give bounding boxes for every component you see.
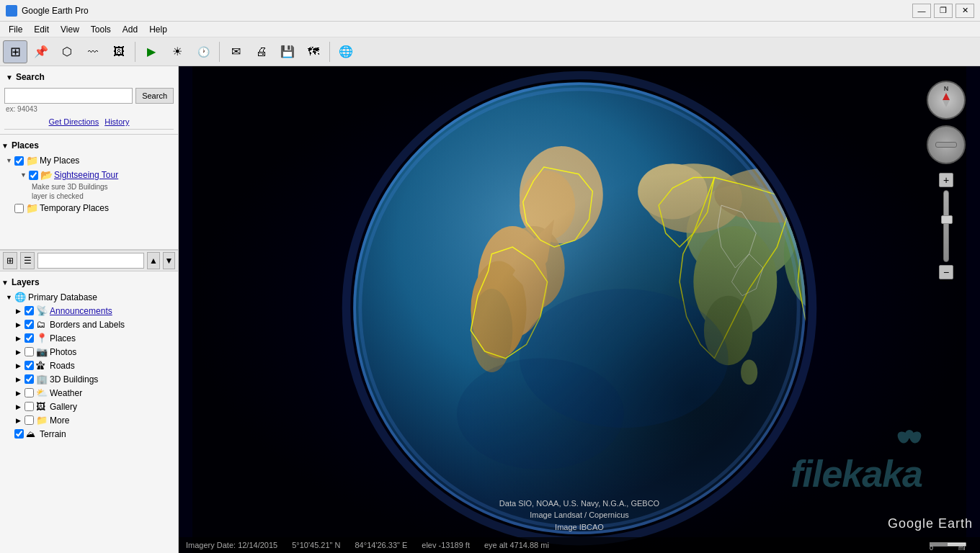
sightseeing-label[interactable]: Sightseeing Tour [54, 170, 118, 180]
temp-places-item[interactable]: ▶ 📁 Temporary Places [0, 201, 178, 215]
minimize-button[interactable]: — [912, 4, 931, 18]
toolbar-polygon-button[interactable]: ⬡ [55, 40, 79, 63]
sightseeing-item[interactable]: ▼ 📂 Sightseeing Tour [0, 168, 178, 182]
places-label: Places [12, 140, 39, 150]
get-directions-link[interactable]: Get Directions [49, 117, 99, 126]
photos-checkbox[interactable] [24, 347, 34, 356]
places-down-button[interactable]: ▼ [163, 252, 175, 269]
places-view-toggle[interactable]: ⊞ [3, 252, 17, 269]
search-links: Get Directions History [4, 117, 174, 126]
toolbar-pan-button[interactable]: ⊞ [3, 40, 27, 63]
gallery-arrow: ▶ [16, 403, 24, 410]
compass[interactable]: N [927, 81, 966, 120]
toolbar-path-button[interactable]: 〰 [81, 40, 105, 63]
coords-lat: 5°10'45.21" N [292, 541, 340, 549]
gallery-item[interactable]: ▶ 🖼 Gallery [0, 400, 178, 413]
toolbar-sun-button[interactable]: ☀ [165, 40, 190, 63]
attribution-line1: Data SIO, NOAA, U.S. Navy, N.G.A., GEBCO [499, 498, 659, 510]
more-checkbox[interactable] [24, 415, 34, 425]
toolbar-email-button[interactable]: ✉ [223, 40, 248, 63]
places-layer-item[interactable]: ▶ 📍 Places [0, 331, 178, 345]
title-bar-controls: — ❐ ✕ [912, 4, 974, 18]
title-bar-left: Google Earth Pro [6, 5, 89, 17]
places-layer-icon: 📍 [36, 333, 48, 343]
close-button[interactable]: ✕ [956, 4, 974, 18]
announcements-checkbox[interactable] [24, 306, 34, 315]
announcements-label[interactable]: Announcements [50, 306, 112, 316]
primary-db-item[interactable]: ▼ 🌐 Primary Database [0, 290, 178, 304]
search-input[interactable] [4, 88, 133, 104]
roads-checkbox[interactable] [24, 361, 34, 370]
eye-altitude: eye alt 4714.88 mi [484, 541, 549, 549]
menu-add[interactable]: Add [117, 23, 143, 36]
zoom-out-button[interactable]: − [939, 265, 953, 279]
more-item[interactable]: ▶ 📁 More [0, 413, 178, 427]
maximize-button[interactable]: ❐ [934, 4, 953, 18]
svg-point-30 [457, 359, 624, 470]
announcements-item[interactable]: ▶ 📡 Announcements [0, 304, 178, 318]
my-places-checkbox[interactable] [14, 156, 24, 166]
toolbar-placemark-button[interactable]: 📌 [29, 40, 53, 63]
places-search-input[interactable] [37, 253, 144, 269]
google-earth-watermark: Google Earth [888, 516, 973, 531]
toolbar-save-image-button[interactable]: 💾 [275, 40, 300, 63]
roads-label: Roads [50, 361, 75, 371]
terrain-checkbox[interactable] [14, 429, 24, 439]
scale-indicator: 0 mi [930, 539, 973, 552]
gallery-checkbox[interactable] [24, 402, 34, 411]
layers-section-header[interactable]: ▼ Layers [0, 274, 178, 290]
toolbar-image-button[interactable]: 🖼 [107, 40, 131, 63]
roads-item[interactable]: ▶ 🛣 Roads [0, 359, 178, 372]
history-link[interactable]: History [104, 117, 129, 126]
compass-north-label: N [944, 85, 949, 92]
places-up-button[interactable]: ▲ [147, 252, 159, 269]
places-layer-label: Places [50, 333, 76, 343]
menu-file[interactable]: File [3, 23, 28, 36]
zoom-thumb[interactable] [941, 215, 953, 224]
primary-db-label: Primary Database [28, 292, 97, 302]
toolbar-print-button[interactable]: 🖨 [249, 40, 274, 63]
search-divider [4, 129, 174, 130]
zoom-track [943, 190, 949, 262]
menu-help[interactable]: Help [143, 23, 173, 36]
sightseeing-checkbox[interactable] [29, 171, 38, 180]
menu-view[interactable]: View [55, 23, 85, 36]
my-places-item[interactable]: ▼ 📁 My Places [0, 153, 178, 168]
search-button[interactable]: Search [135, 88, 174, 104]
photos-arrow: ▶ [16, 349, 24, 356]
search-section-header[interactable]: ▼ Search [4, 69, 174, 85]
compass-north-needle [943, 93, 950, 100]
terrain-label: Terrain [40, 429, 66, 439]
weather-item[interactable]: ▶ ⛅ Weather [0, 386, 178, 400]
toolbar-tour-button[interactable]: ▶ [139, 40, 164, 63]
menu-tools[interactable]: Tools [85, 23, 117, 36]
toolbar-maps-button[interactable]: 🗺 [301, 40, 326, 63]
3dbuildings-checkbox[interactable] [24, 374, 34, 384]
app-title: Google Earth Pro [22, 6, 89, 16]
toolbar-network-button[interactable]: 🌐 [334, 40, 358, 63]
borders-checkbox[interactable] [24, 320, 34, 329]
layers-section: ▼ Layers ▼ 🌐 Primary Database ▶ 📡 Announ… [0, 271, 178, 553]
zoom-in-button[interactable]: + [939, 173, 953, 187]
search-label: Search [16, 72, 45, 82]
toolbar-historical-button[interactable]: 🕐 [191, 40, 215, 63]
places-toolbar: ⊞ ☰ ▲ ▼ [0, 250, 178, 271]
gallery-icon: 🖼 [36, 401, 48, 412]
tilt-control[interactable] [927, 125, 966, 164]
globe-area[interactable]: N + − Data SIO, NOAA, U.S. Navy, [179, 66, 980, 553]
borders-item[interactable]: ▶ 🗂 Borders and Labels [0, 318, 178, 331]
3dbuildings-item[interactable]: ▶ 🏢 3D Buildings [0, 372, 178, 386]
places-section-header[interactable]: ▼ Places [0, 138, 178, 153]
photos-item[interactable]: ▶ 📷 Photos [0, 345, 178, 359]
temp-places-checkbox[interactable] [14, 204, 24, 213]
places-layer-checkbox[interactable] [24, 333, 34, 343]
places-list-toggle[interactable]: ☰ [20, 252, 35, 269]
weather-checkbox[interactable] [24, 388, 34, 397]
terrain-item[interactable]: ▶ ⛰ Terrain [0, 427, 178, 441]
attribution-line2: Image Landsat / Copernicus [499, 509, 659, 521]
more-icon: 📁 [36, 415, 48, 426]
coords-lon: 84°14'26.33" E [355, 541, 408, 549]
layers-arrow-icon: ▼ [1, 279, 9, 287]
compass-south-needle [943, 100, 950, 107]
menu-edit[interactable]: Edit [28, 23, 55, 36]
